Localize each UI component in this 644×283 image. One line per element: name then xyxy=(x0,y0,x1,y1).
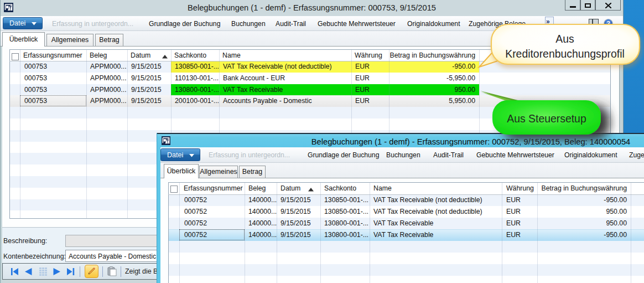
svg-text:?: ? xyxy=(606,20,610,27)
